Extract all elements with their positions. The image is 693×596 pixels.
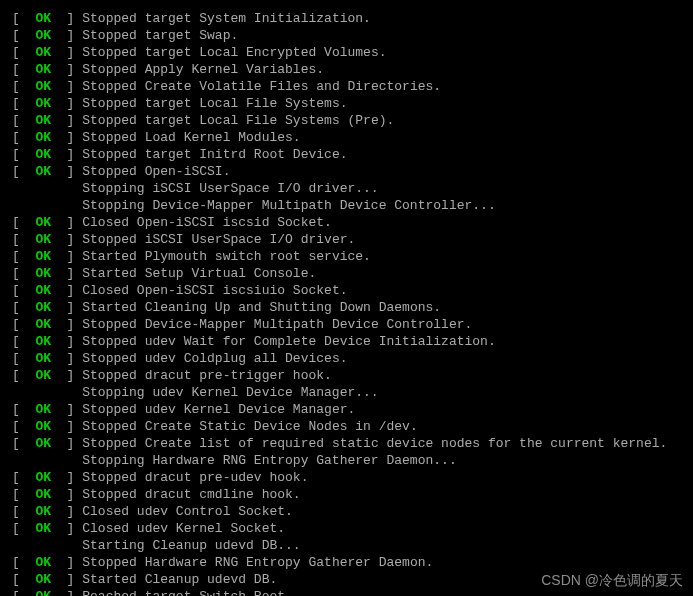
bracket-open: [ xyxy=(12,215,35,230)
log-message: Stopped udev Coldplug all Devices. xyxy=(82,351,347,366)
boot-log-line: [ OK ] Stopped target Initrd Root Device… xyxy=(12,146,689,163)
bracket-close: ] xyxy=(51,470,82,485)
bracket-open: [ xyxy=(12,266,35,281)
status-ok: OK xyxy=(35,368,51,383)
indent xyxy=(12,198,82,213)
boot-log-line: [ OK ] Stopped target System Initializat… xyxy=(12,10,689,27)
boot-log-line: [ OK ] Stopped Device-Mapper Multipath D… xyxy=(12,316,689,333)
bracket-open: [ xyxy=(12,334,35,349)
log-message: Stopped Hardware RNG Entropy Gatherer Da… xyxy=(82,555,433,570)
log-message: Stopped target Initrd Root Device. xyxy=(82,147,347,162)
boot-log-line: [ OK ] Closed udev Control Socket. xyxy=(12,503,689,520)
boot-log-line: Starting Cleanup udevd DB... xyxy=(12,537,689,554)
bracket-open: [ xyxy=(12,164,35,179)
indent xyxy=(12,453,82,468)
bracket-open: [ xyxy=(12,572,35,587)
boot-log-line: [ OK ] Stopped target Local File Systems… xyxy=(12,112,689,129)
log-message: Stopped target Local File Systems (Pre). xyxy=(82,113,394,128)
status-ok: OK xyxy=(35,487,51,502)
status-ok: OK xyxy=(35,266,51,281)
boot-log-line: [ OK ] Stopped iSCSI UserSpace I/O drive… xyxy=(12,231,689,248)
status-ok: OK xyxy=(35,28,51,43)
log-message: Closed Open-iSCSI iscsid Socket. xyxy=(82,215,332,230)
boot-log-line: Stopping udev Kernel Device Manager... xyxy=(12,384,689,401)
bracket-close: ] xyxy=(51,589,82,596)
bracket-close: ] xyxy=(51,300,82,315)
bracket-close: ] xyxy=(51,436,82,451)
status-ok: OK xyxy=(35,283,51,298)
status-ok: OK xyxy=(35,215,51,230)
boot-log-line: [ OK ] Stopped Hardware RNG Entropy Gath… xyxy=(12,554,689,571)
bracket-open: [ xyxy=(12,470,35,485)
log-message: Stopped target Local Encrypted Volumes. xyxy=(82,45,386,60)
log-message: Stopped Apply Kernel Variables. xyxy=(82,62,324,77)
log-message: Stopping iSCSI UserSpace I/O driver... xyxy=(82,181,378,196)
bracket-open: [ xyxy=(12,147,35,162)
status-ok: OK xyxy=(35,351,51,366)
boot-log-line: [ OK ] Stopped Create Volatile Files and… xyxy=(12,78,689,95)
log-message: Stopped dracut cmdline hook. xyxy=(82,487,300,502)
boot-log-line: [ OK ] Stopped udev Kernel Device Manage… xyxy=(12,401,689,418)
log-message: Started Cleaning Up and Shutting Down Da… xyxy=(82,300,441,315)
bracket-open: [ xyxy=(12,317,35,332)
log-message: Stopped target Local File Systems. xyxy=(82,96,347,111)
log-message: Stopped dracut pre-udev hook. xyxy=(82,470,308,485)
status-ok: OK xyxy=(35,300,51,315)
status-ok: OK xyxy=(35,147,51,162)
log-message: Reached target Switch Root. xyxy=(82,589,293,596)
boot-log-line: [ OK ] Stopped udev Wait for Complete De… xyxy=(12,333,689,350)
boot-log-line: [ OK ] Stopped dracut pre-trigger hook. xyxy=(12,367,689,384)
status-ok: OK xyxy=(35,555,51,570)
bracket-open: [ xyxy=(12,232,35,247)
status-ok: OK xyxy=(35,113,51,128)
bracket-close: ] xyxy=(51,334,82,349)
log-message: Stopped Open-iSCSI. xyxy=(82,164,230,179)
bracket-open: [ xyxy=(12,419,35,434)
status-ok: OK xyxy=(35,45,51,60)
bracket-close: ] xyxy=(51,147,82,162)
bracket-open: [ xyxy=(12,504,35,519)
log-message: Stopped iSCSI UserSpace I/O driver. xyxy=(82,232,355,247)
log-message: Stopped Create Volatile Files and Direct… xyxy=(82,79,441,94)
bracket-open: [ xyxy=(12,351,35,366)
log-message: Stopped Load Kernel Modules. xyxy=(82,130,300,145)
watermark-label: CSDN @冷色调的夏天 xyxy=(541,572,683,590)
bracket-close: ] xyxy=(51,351,82,366)
log-message: Stopped udev Wait for Complete Device In… xyxy=(82,334,495,349)
status-ok: OK xyxy=(35,589,51,596)
log-message: Stopped target Swap. xyxy=(82,28,238,43)
bracket-open: [ xyxy=(12,79,35,94)
log-message: Stopped Create Static Device Nodes in /d… xyxy=(82,419,417,434)
bracket-open: [ xyxy=(12,249,35,264)
boot-log-line: [ OK ] Closed udev Kernel Socket. xyxy=(12,520,689,537)
status-ok: OK xyxy=(35,470,51,485)
status-ok: OK xyxy=(35,79,51,94)
boot-log-line: [ OK ] Started Cleaning Up and Shutting … xyxy=(12,299,689,316)
bracket-open: [ xyxy=(12,436,35,451)
boot-log-line: [ OK ] Stopped dracut pre-udev hook. xyxy=(12,469,689,486)
boot-log-line: [ OK ] Stopped Load Kernel Modules. xyxy=(12,129,689,146)
bracket-open: [ xyxy=(12,62,35,77)
boot-log-line: [ OK ] Started Setup Virtual Console. xyxy=(12,265,689,282)
bracket-open: [ xyxy=(12,283,35,298)
bracket-close: ] xyxy=(51,487,82,502)
log-message: Stopped Create list of required static d… xyxy=(82,436,667,451)
boot-log-terminal: [ OK ] Stopped target System Initializat… xyxy=(0,0,693,596)
boot-log-line: Stopping Device-Mapper Multipath Device … xyxy=(12,197,689,214)
boot-log-line: [ OK ] Closed Open-iSCSI iscsiuio Socket… xyxy=(12,282,689,299)
bracket-close: ] xyxy=(51,79,82,94)
bracket-close: ] xyxy=(51,402,82,417)
bracket-open: [ xyxy=(12,113,35,128)
log-message: Stopping Hardware RNG Entropy Gatherer D… xyxy=(82,453,456,468)
status-ok: OK xyxy=(35,436,51,451)
boot-log-line: [ OK ] Stopped Open-iSCSI. xyxy=(12,163,689,180)
status-ok: OK xyxy=(35,130,51,145)
indent xyxy=(12,181,82,196)
bracket-open: [ xyxy=(12,521,35,536)
status-ok: OK xyxy=(35,521,51,536)
boot-log-line: [ OK ] Closed Open-iSCSI iscsid Socket. xyxy=(12,214,689,231)
indent xyxy=(12,538,82,553)
boot-log-line: [ OK ] Stopped dracut cmdline hook. xyxy=(12,486,689,503)
boot-log-line: Stopping iSCSI UserSpace I/O driver... xyxy=(12,180,689,197)
bracket-close: ] xyxy=(51,317,82,332)
